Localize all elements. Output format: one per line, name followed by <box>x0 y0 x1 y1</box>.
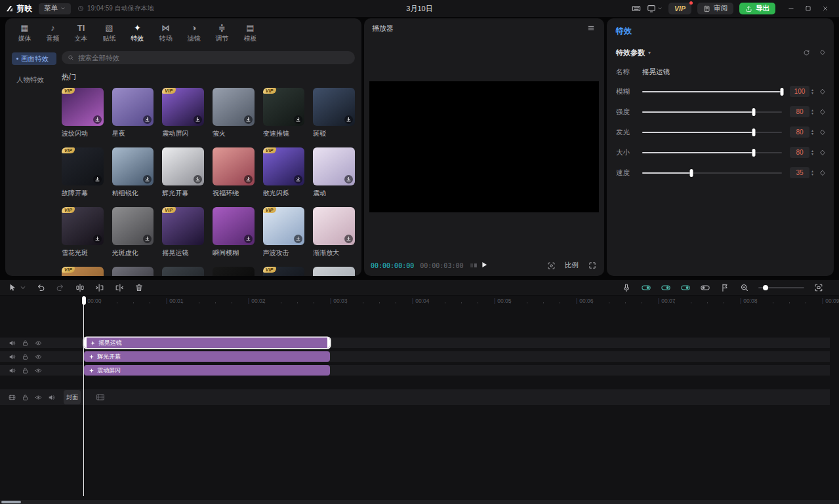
effect-card[interactable]: VIP震动屏闪 <box>162 88 204 138</box>
lock-track-button[interactable] <box>22 339 29 347</box>
download-icon[interactable] <box>244 115 253 124</box>
speed-value[interactable]: 35 <box>790 167 809 178</box>
ratio-button[interactable]: 比例 <box>565 261 579 270</box>
keyboard-shortcuts-button[interactable] <box>632 4 641 13</box>
tab-effects[interactable]: ✦特效 <box>123 22 152 45</box>
effect-card[interactable]: VIP散光闪烁 <box>263 147 305 198</box>
vip-button[interactable]: VIP <box>668 3 691 14</box>
size-slider[interactable] <box>642 152 782 153</box>
tab-text[interactable]: TI文本 <box>67 22 95 45</box>
menu-button[interactable]: 菜单 <box>39 3 71 14</box>
lock-track-button[interactable] <box>22 367 29 374</box>
download-icon[interactable] <box>294 235 302 243</box>
effect-card[interactable]: VIP摇晃运镜 <box>162 207 204 258</box>
effect-card[interactable]: 渐渐放大 <box>313 207 355 258</box>
split-button[interactable] <box>74 282 85 293</box>
decrement-button[interactable]: ▾ <box>811 132 813 136</box>
category-scene-effects[interactable]: 画面特效 <box>12 52 56 65</box>
effect-card[interactable]: VIP故障开幕 <box>62 147 104 198</box>
mute-track-button[interactable] <box>9 353 16 360</box>
tab-sticker[interactable]: ▧贴纸 <box>95 22 123 45</box>
select-tool-button[interactable] <box>7 282 18 293</box>
effect-card[interactable]: VIP声波攻击 <box>263 207 305 258</box>
keyframe-button[interactable] <box>819 88 826 95</box>
download-icon[interactable] <box>244 235 253 243</box>
download-icon[interactable] <box>93 175 102 184</box>
effect-card[interactable]: 瞬间模糊 <box>213 207 255 258</box>
playhead-handle[interactable] <box>82 296 86 305</box>
effect-card[interactable] <box>162 267 204 276</box>
effect-card[interactable]: 斑驳 <box>313 88 355 138</box>
size-value[interactable]: 80 <box>790 147 809 158</box>
search-bar[interactable] <box>62 51 355 64</box>
effect-card[interactable] <box>313 267 355 276</box>
slider-thumb[interactable] <box>689 169 693 177</box>
effect-card[interactable]: 震动 <box>313 147 355 198</box>
track-layout-button[interactable] <box>699 282 710 293</box>
zoom-out-button[interactable] <box>739 282 750 293</box>
export-button[interactable]: 导出 <box>739 3 775 14</box>
quality-button[interactable] <box>546 260 557 271</box>
trim-right-button[interactable] <box>113 282 125 293</box>
effect-clip[interactable]: 摇晃运镜 <box>84 338 330 348</box>
slider-thumb[interactable] <box>780 88 783 96</box>
hide-track-button[interactable] <box>35 353 42 360</box>
lock-track-button[interactable] <box>22 394 29 401</box>
download-icon[interactable] <box>143 175 152 184</box>
intensity-slider[interactable] <box>642 111 782 113</box>
download-icon[interactable] <box>344 115 353 124</box>
download-icon[interactable] <box>143 115 152 124</box>
cover-button[interactable]: 封面 <box>64 390 81 404</box>
time-ruler[interactable]: |00:00|00:01|00:02|00:03|00:04|00:05|00:… <box>0 296 839 305</box>
intensity-value[interactable]: 80 <box>790 106 809 117</box>
effect-card[interactable]: VIP波纹闪动 <box>62 88 104 138</box>
hide-track-button[interactable] <box>35 394 42 401</box>
keyframe-button[interactable] <box>819 170 826 176</box>
effect-card[interactable]: VIP变速推镜 <box>263 88 305 138</box>
mute-track-button[interactable] <box>48 394 55 401</box>
close-button[interactable] <box>817 2 834 15</box>
delete-button[interactable] <box>133 282 144 293</box>
decrement-button[interactable]: ▾ <box>811 173 813 176</box>
tab-adjust[interactable]: ≑调节 <box>208 22 236 45</box>
glow-value[interactable]: 80 <box>790 126 809 138</box>
effect-card[interactable]: 祝福环绕 <box>213 147 255 198</box>
effect-card[interactable]: 光斑虚化 <box>112 207 154 258</box>
auto-snap-button[interactable] <box>640 282 651 293</box>
blur-value[interactable]: 100 <box>790 86 809 97</box>
mute-track-button[interactable] <box>9 367 16 374</box>
tab-transition[interactable]: ⋈转场 <box>152 22 180 45</box>
keyframe-button[interactable] <box>819 109 826 115</box>
download-icon[interactable] <box>93 235 102 243</box>
effect-card[interactable]: VIP雪花光斑 <box>62 207 104 258</box>
effect-card[interactable]: 萤火 <box>213 88 255 138</box>
undo-button[interactable] <box>35 282 46 293</box>
tab-media[interactable]: ▦媒体 <box>10 22 39 45</box>
keyframe-button[interactable] <box>819 129 826 136</box>
linkage-button[interactable] <box>660 282 671 293</box>
search-input[interactable] <box>78 54 349 62</box>
review-button[interactable]: 审阅 <box>697 3 733 14</box>
download-icon[interactable] <box>294 115 302 124</box>
horizontal-scrollbar[interactable] <box>0 500 839 504</box>
tab-audio[interactable]: ♪音频 <box>39 22 67 45</box>
download-icon[interactable] <box>244 175 253 184</box>
trim-left-button[interactable] <box>94 282 105 293</box>
download-icon[interactable] <box>344 235 353 243</box>
effect-clip[interactable]: 震动屏闪 <box>84 365 330 376</box>
decrement-button[interactable]: ▾ <box>811 92 813 95</box>
playhead[interactable] <box>83 296 84 496</box>
effect-card[interactable] <box>112 267 154 276</box>
download-icon[interactable] <box>194 175 202 184</box>
effect-params-header[interactable]: 特效参数 ▾ <box>607 37 834 58</box>
play-button[interactable] <box>480 261 488 270</box>
keyframe-all-button[interactable] <box>819 49 826 56</box>
download-icon[interactable] <box>143 235 152 243</box>
preview-axis-button[interactable] <box>680 282 691 293</box>
tab-template[interactable]: ▤模板 <box>236 22 264 45</box>
effect-card[interactable]: 辉光开幕 <box>162 147 204 198</box>
glow-slider[interactable] <box>642 132 782 133</box>
timeline[interactable]: |00:00|00:01|00:02|00:03|00:04|00:05|00:… <box>0 296 839 504</box>
mute-track-button[interactable] <box>9 339 16 347</box>
zoom-slider-thumb[interactable] <box>763 285 768 290</box>
